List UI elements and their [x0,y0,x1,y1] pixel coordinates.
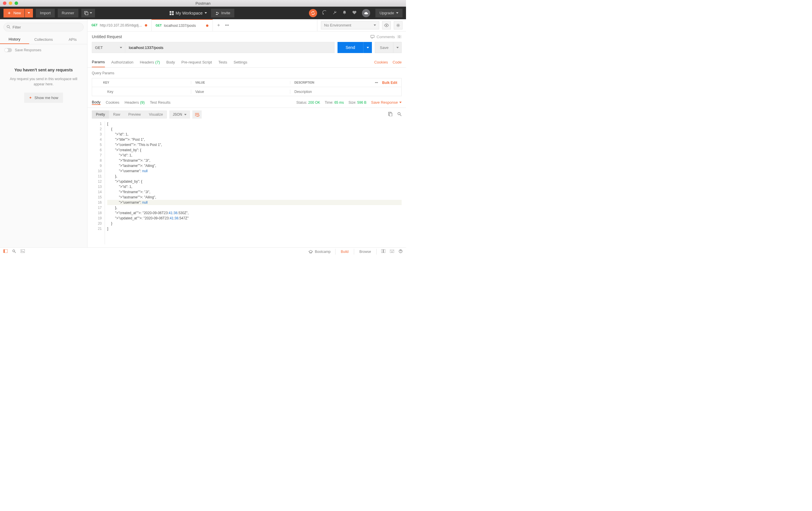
view-pretty[interactable]: Pretty [92,111,109,119]
invite-icon [215,11,219,15]
import-button[interactable]: Import [36,9,55,18]
invite-button[interactable]: Invite [211,9,234,18]
request-tab-settings[interactable]: Settings [233,57,247,67]
line-numbers: 123456789101112131415161718192021 [92,121,105,244]
save-dropdown[interactable] [394,42,402,53]
heart-button[interactable] [352,10,357,16]
account-avatar[interactable] [362,9,370,17]
chevron-down-icon [367,47,369,48]
send-button[interactable]: Send [338,42,364,53]
view-preview[interactable]: Preview [124,111,145,119]
qp-key-input[interactable] [103,90,191,94]
request-tab-1[interactable]: GET localhost:1337/posts [151,19,213,31]
sidebar-tab-collections[interactable]: Collections [29,35,58,44]
qp-more-button[interactable]: ••• [375,81,378,84]
show-me-how-label: Show me how [34,95,58,100]
runner-button[interactable]: Runner [58,9,79,18]
save-response-button[interactable]: Save Response [371,100,402,104]
request-tab-authorization[interactable]: Authorization [111,57,134,67]
size-label: Size: [349,100,356,104]
show-me-how-button[interactable]: ✦ Show me how [24,93,63,103]
new-dropdown[interactable] [25,9,33,18]
request-tab-headers[interactable]: Headers(7) [140,57,160,67]
response-body[interactable]: 123456789101112131415161718192021 [ { ">… [87,121,406,247]
request-tab-body[interactable]: Body [167,57,175,67]
time-value: 65 ms [334,100,344,104]
wrap-lines-button[interactable] [192,111,202,119]
qp-desc-header: DESCRIPTION [290,81,371,84]
capture-button[interactable] [322,10,327,16]
status-label: Status: [296,100,307,104]
view-environment-button[interactable] [382,21,391,29]
url-input[interactable] [125,42,335,53]
manage-cookies[interactable]: Cookies [374,60,388,64]
manage-environments-button[interactable] [394,21,403,29]
request-tab-params[interactable]: Params [92,57,105,67]
mode-build[interactable]: Build [335,249,354,254]
save-responses-toggle[interactable] [4,48,12,52]
keyboard-shortcuts-button[interactable] [390,250,394,254]
mode-browse[interactable]: Browse [354,249,377,254]
copy-response-button[interactable] [388,112,393,117]
eye-icon [384,24,389,27]
qp-value-input[interactable] [191,90,290,94]
sidebar-tab-history[interactable]: History [0,35,29,44]
comments-label: Comments [377,35,395,39]
response-tab-cookies[interactable]: Cookies [106,100,119,105]
toggle-sidebar-button[interactable] [3,249,7,254]
view-raw[interactable]: Raw [109,111,124,119]
two-pane-button[interactable] [381,249,385,254]
svg-rect-9 [389,113,392,116]
response-tab-headers[interactable]: Headers (9) [125,100,145,105]
sidebar-tab-apis[interactable]: APIs [58,35,87,44]
sync-button[interactable] [309,9,317,17]
request-tab-0[interactable]: GET http://10.107.20.85/nbgdjt/acco... [87,19,151,31]
view-visualize[interactable]: Visualize [145,111,167,119]
svg-rect-12 [3,249,5,253]
environment-selector[interactable]: No Environment [321,21,379,29]
svg-rect-22 [391,252,393,252]
help-button[interactable] [399,249,403,254]
upgrade-button[interactable]: Upgrade [375,9,403,18]
gear-icon [396,23,400,27]
settings-button[interactable] [332,10,337,16]
find-button[interactable] [12,249,16,254]
sync-icon [311,11,315,16]
search-response-button[interactable] [397,112,402,117]
request-tab-prescript[interactable]: Pre-request Script [181,57,212,67]
qp-desc-input[interactable] [290,90,401,94]
method-label: GET [95,46,103,50]
tab-options-button[interactable]: ••• [225,23,229,27]
cursor-icon: ✦ [29,95,32,100]
svg-point-19 [392,250,392,251]
send-dropdown[interactable] [363,42,372,53]
bootcamp-button[interactable]: Bootcamp [308,250,330,254]
code-content: [ { ">"id": 1, ">"title"">: "Post 1", ">… [105,121,402,244]
workspace-name: My Workspace [176,11,203,16]
sidebar-filter[interactable] [3,23,84,31]
method-selector[interactable]: GET [92,42,125,53]
svg-point-2 [216,12,218,13]
qp-value-header: VALUE [191,81,290,84]
save-button[interactable]: Save [375,42,394,53]
tab-method: GET [91,24,98,27]
add-tab-button[interactable]: ＋ [216,22,221,28]
format-selector[interactable]: JSON [169,111,190,119]
code-snippet[interactable]: Code [393,60,402,64]
comments-button[interactable]: Comments 0 [371,35,402,39]
request-tab-tests[interactable]: Tests [218,57,227,67]
response-tab-testresults[interactable]: Test Results [150,100,171,105]
console-button[interactable] [21,249,25,254]
svg-point-10 [398,113,400,115]
svg-point-18 [390,250,391,251]
size-value: 596 B [357,100,366,104]
tab-method: GET [156,24,162,27]
response-tab-body[interactable]: Body [92,100,100,105]
notifications-button[interactable] [342,10,347,16]
chevron-down-icon [205,12,207,14]
workspace-selector[interactable]: My Workspace [170,11,207,16]
bulk-edit-button[interactable]: Bulk Edit [382,81,397,85]
save-responses-label: Save Responses [15,48,41,52]
new-button[interactable]: ＋ New [3,9,25,18]
open-new-button[interactable] [81,9,95,18]
